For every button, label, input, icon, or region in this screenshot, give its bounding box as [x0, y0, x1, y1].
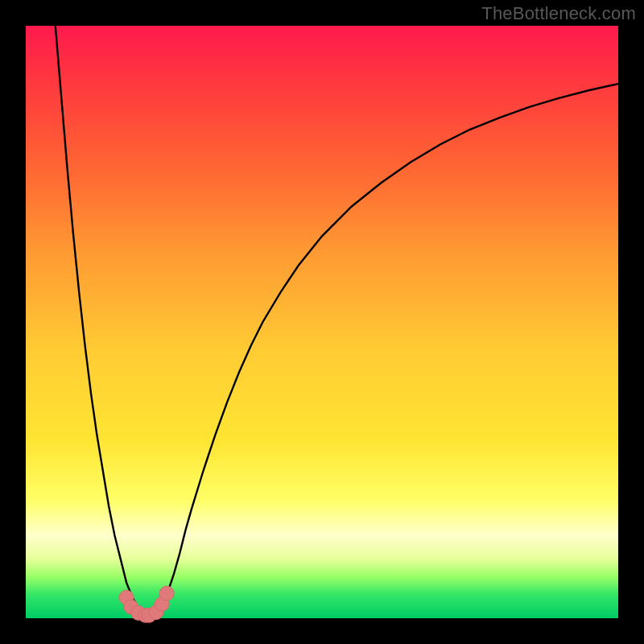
- bottleneck-curve-plot: [26, 26, 618, 618]
- bottleneck-curve: [56, 26, 618, 616]
- curve-minimum-markers: [119, 586, 174, 622]
- curve-marker: [159, 586, 174, 601]
- attribution-watermark: TheBottleneck.com: [481, 3, 636, 24]
